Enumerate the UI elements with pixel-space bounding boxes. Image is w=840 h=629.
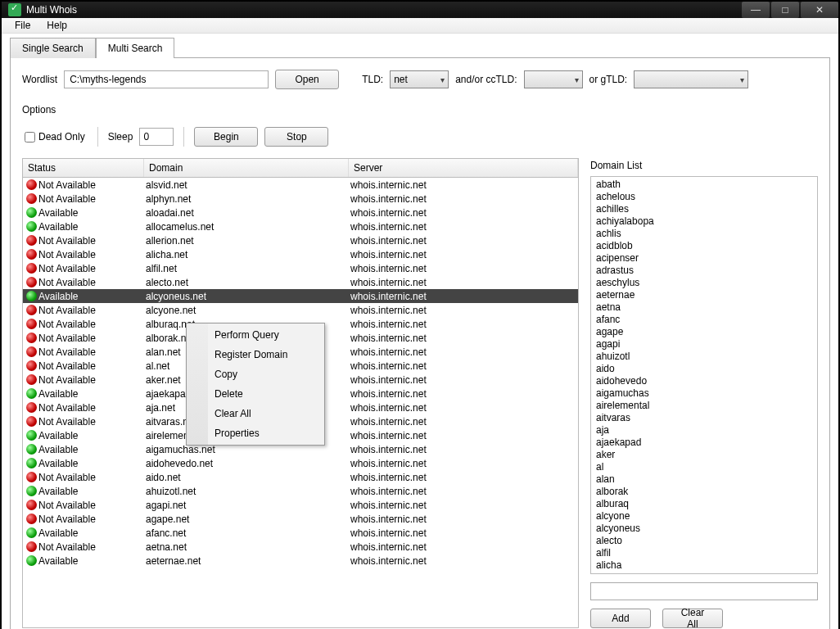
list-item[interactable]: alicha — [593, 559, 815, 572]
app-icon — [8, 3, 21, 16]
list-item[interactable]: aetna — [593, 301, 815, 314]
table-row[interactable]: Availableafanc.netwhois.internic.net — [23, 526, 578, 540]
col-status[interactable]: Status — [23, 159, 144, 177]
table-row[interactable]: Not Availablealcyone.netwhois.internic.n… — [23, 303, 578, 317]
list-item[interactable]: acipenser — [593, 252, 815, 265]
domain-cell: alfil.net — [144, 263, 349, 274]
list-item[interactable]: airelemental — [593, 400, 815, 412]
status-text: Not Available — [38, 541, 96, 553]
tld-select[interactable]: net — [390, 70, 449, 88]
list-item[interactable]: achlis — [593, 228, 815, 240]
list-item[interactable]: achilles — [593, 203, 815, 215]
list-item[interactable]: agapi — [593, 338, 815, 351]
server-cell: whois.internic.net — [349, 402, 578, 414]
not-available-icon — [26, 179, 37, 190]
context-menu-item[interactable]: Register Domain — [188, 345, 323, 364]
context-menu-item[interactable]: Perform Query — [188, 325, 323, 345]
dead-only-input[interactable] — [25, 132, 35, 143]
context-menu-item[interactable]: Properties — [188, 423, 323, 443]
list-item[interactable]: alborak — [593, 486, 815, 498]
menubar: File Help — [2, 18, 838, 34]
tab-single-search[interactable]: Single Search — [10, 38, 96, 58]
domain-list-input[interactable] — [590, 582, 818, 600]
table-row[interactable]: Availablealoadai.netwhois.internic.net — [23, 206, 578, 219]
begin-button[interactable]: Begin — [194, 127, 258, 147]
list-item[interactable]: alburaq — [593, 498, 815, 510]
list-item[interactable]: aitvaras — [593, 412, 815, 424]
table-row[interactable]: Availableaeternae.netwhois.internic.net — [23, 554, 578, 568]
context-menu-item[interactable]: Clear All — [188, 404, 323, 423]
sleep-input[interactable] — [139, 128, 174, 146]
context-menu-item[interactable]: Delete — [188, 384, 323, 404]
list-item[interactable]: aigamuchas — [593, 387, 815, 400]
menu-file[interactable]: File — [7, 18, 38, 33]
close-button[interactable]: ✕ — [801, 2, 838, 18]
list-item[interactable]: aeternae — [593, 289, 815, 301]
table-row[interactable]: Not Availablealicha.netwhois.internic.ne… — [23, 247, 578, 261]
list-item[interactable]: ahuizotl — [593, 351, 815, 363]
list-item[interactable]: aeschylus — [593, 277, 815, 289]
add-button[interactable]: Add — [590, 609, 651, 628]
list-item[interactable]: adrastus — [593, 265, 815, 277]
list-item[interactable]: aker — [593, 449, 815, 461]
list-item[interactable]: alfil — [593, 547, 815, 559]
server-cell: whois.internic.net — [349, 277, 578, 288]
list-item[interactable]: alcyone — [593, 510, 815, 523]
status-text: Not Available — [38, 514, 96, 525]
table-row[interactable]: Availableaidohevedo.netwhois.internic.ne… — [23, 456, 578, 470]
context-menu: Perform QueryRegister DomainCopyDeleteCl… — [186, 323, 325, 446]
not-available-icon — [26, 472, 37, 482]
wordlist-input[interactable] — [64, 70, 269, 88]
list-item[interactable]: achelous — [593, 191, 815, 203]
clear-all-button[interactable]: Clear All — [662, 609, 723, 628]
table-row[interactable]: Not Availableagape.netwhois.internic.net — [23, 512, 578, 526]
list-item[interactable]: alan — [593, 473, 815, 486]
table-row[interactable]: Not Availableagapi.netwhois.internic.net — [23, 498, 578, 512]
list-item[interactable]: acidblob — [593, 240, 815, 252]
table-row[interactable]: Availableahuizotl.netwhois.internic.net — [23, 484, 578, 498]
open-button[interactable]: Open — [275, 70, 339, 89]
table-row[interactable]: Not Availablealecto.netwhois.internic.ne… — [23, 275, 578, 289]
table-row[interactable]: Not Availableallerion.netwhois.internic.… — [23, 233, 578, 247]
table-row[interactable]: Not Availablealphyn.netwhois.internic.ne… — [23, 192, 578, 206]
table-row[interactable]: Not Availablealfil.netwhois.internic.net — [23, 261, 578, 275]
dead-only-checkbox[interactable]: Dead Only — [22, 129, 88, 145]
list-item[interactable]: abath — [593, 179, 815, 191]
minimize-button[interactable]: ― — [742, 2, 770, 18]
col-server[interactable]: Server — [349, 159, 578, 177]
menu-help[interactable]: Help — [38, 18, 75, 33]
table-row[interactable]: Not Availableaetna.netwhois.internic.net — [23, 540, 578, 554]
server-cell: whois.internic.net — [349, 179, 578, 191]
list-item[interactable]: alecto — [593, 535, 815, 547]
list-item[interactable]: achiyalabopa — [593, 215, 815, 228]
table-row[interactable]: Availableallocamelus.netwhois.internic.n… — [23, 219, 578, 233]
list-item[interactable]: aidohevedo — [593, 375, 815, 387]
list-item[interactable]: aja — [593, 424, 815, 437]
cctld-select[interactable] — [524, 70, 583, 88]
table-row[interactable]: Not Availableaido.netwhois.internic.net — [23, 470, 578, 484]
col-domain[interactable]: Domain — [144, 159, 349, 177]
gtld-select[interactable] — [634, 70, 748, 88]
not-available-icon — [26, 277, 37, 287]
domain-list[interactable]: abathachelousachillesachiyalabopaachlisa… — [590, 176, 818, 574]
server-cell: whois.internic.net — [349, 458, 578, 469]
status-text: Available — [38, 388, 78, 400]
list-item[interactable]: afanc — [593, 314, 815, 326]
list-item[interactable]: al — [593, 461, 815, 473]
sleep-label: Sleep — [108, 131, 133, 143]
stop-button[interactable]: Stop — [264, 127, 328, 147]
not-available-icon — [26, 374, 37, 385]
context-menu-item[interactable]: Copy — [188, 364, 323, 384]
not-available-icon — [26, 235, 37, 246]
table-row[interactable]: Availablealcyoneus.netwhois.internic.net — [23, 289, 578, 303]
list-item[interactable]: alcyoneus — [593, 523, 815, 535]
not-available-icon — [26, 500, 37, 510]
list-item[interactable]: ajaekapad — [593, 437, 815, 449]
maximize-button[interactable]: □ — [771, 2, 799, 18]
list-item[interactable]: aido — [593, 363, 815, 375]
table-row[interactable]: Not Availablealsvid.netwhois.internic.ne… — [23, 178, 578, 192]
server-cell: whois.internic.net — [349, 207, 578, 219]
status-text: Not Available — [38, 179, 96, 191]
list-item[interactable]: agape — [593, 326, 815, 338]
tab-multi-search[interactable]: Multi Search — [96, 38, 175, 58]
